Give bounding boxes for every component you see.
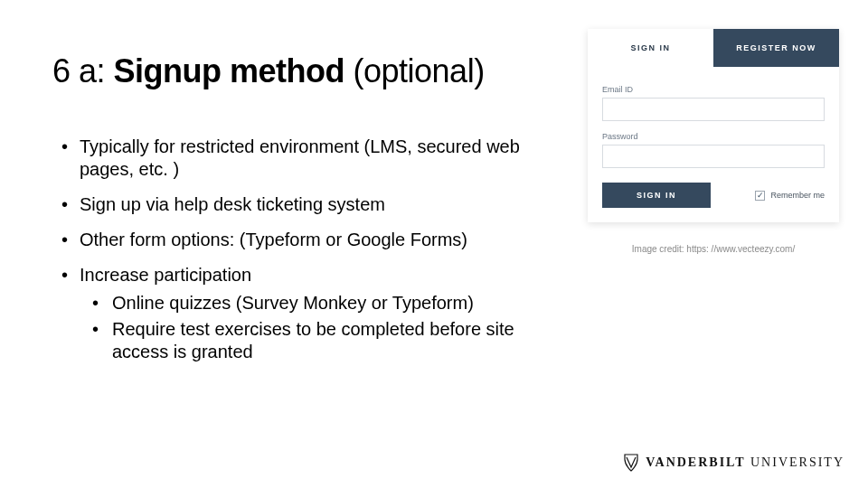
remember-label: Remember me: [770, 191, 825, 200]
password-label: Password: [602, 132, 825, 141]
title-suffix: (optional): [344, 52, 485, 89]
login-card: SIGN IN REGISTER NOW Email ID Password S…: [588, 29, 839, 222]
brand-logo: VANDERBILT UNIVERSITY: [624, 454, 844, 472]
remember-me[interactable]: ✓ Remember me: [755, 191, 825, 201]
title-prefix: 6 a:: [52, 52, 114, 89]
login-body: Email ID Password SIGN IN ✓ Remember me: [588, 67, 839, 222]
email-field[interactable]: [602, 98, 825, 121]
bullet-text: Sign up via help desk ticketing system: [80, 194, 385, 214]
brand-univ: UNIVERSITY: [746, 455, 845, 469]
slide-title: 6 a: Signup method (optional): [52, 52, 485, 90]
sub-bullet-text: Require test exercises to be completed b…: [112, 319, 514, 361]
login-tabs: SIGN IN REGISTER NOW: [588, 29, 839, 67]
title-bold: Signup method: [114, 52, 344, 89]
tab-register[interactable]: REGISTER NOW: [713, 29, 839, 67]
bullet-list: Typically for restricted environment (LM…: [61, 136, 523, 376]
bullet-item: Sign up via help desk ticketing system: [61, 193, 523, 216]
bullet-item: Increase participation Online quizzes (S…: [61, 264, 523, 363]
sub-bullet-text: Online quizzes (Survey Monkey or Typefor…: [112, 293, 474, 313]
bullet-item: Typically for restricted environment (LM…: [61, 136, 523, 181]
remember-checkbox[interactable]: ✓: [755, 191, 765, 201]
image-credit: Image credit: https: //www.vecteezy.com/: [591, 244, 835, 254]
bullet-item: Other form options: (Typeform or Google …: [61, 229, 523, 251]
brand-name: VANDERBILT: [646, 455, 745, 469]
email-label: Email ID: [602, 85, 825, 94]
sub-bullet-item: Online quizzes (Survey Monkey or Typefor…: [92, 292, 523, 314]
brand-text: VANDERBILT UNIVERSITY: [646, 455, 844, 470]
password-field[interactable]: [602, 145, 825, 168]
signin-button[interactable]: SIGN IN: [602, 183, 711, 208]
bullet-text: Other form options: (Typeform or Google …: [80, 230, 467, 249]
slide: 6 a: Signup method (optional) Typically …: [0, 0, 868, 488]
tab-signin[interactable]: SIGN IN: [588, 29, 713, 67]
bullet-text: Increase participation: [80, 265, 251, 285]
sub-bullet-item: Require test exercises to be completed b…: [92, 318, 523, 363]
bullet-text: Typically for restricted environment (LM…: [80, 136, 520, 179]
vanderbilt-shield-icon: [624, 454, 638, 472]
